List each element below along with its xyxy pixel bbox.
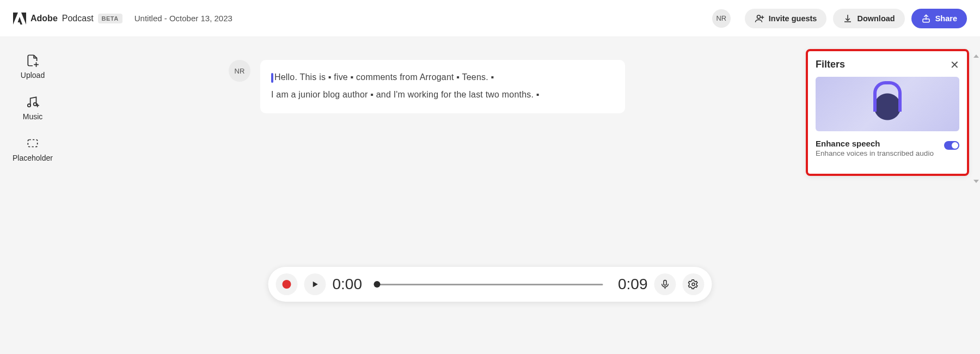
enhance-speech-toggle[interactable] xyxy=(944,141,959,150)
enhance-speech-row: Enhance speech Enhance voices in transcr… xyxy=(816,139,959,157)
total-time: 0:09 xyxy=(610,276,648,293)
mic-button[interactable] xyxy=(654,273,676,295)
upload-icon xyxy=(26,53,40,68)
enhance-speech-desc: Enhance voices in transcribed audio xyxy=(816,149,934,157)
download-icon xyxy=(843,14,853,23)
player-bar: 0:00 0:09 xyxy=(268,267,712,302)
transcript-area: NR Hello. This is ▪ five ▪ comments from… xyxy=(229,60,625,113)
brand-strong: Adobe xyxy=(30,14,58,23)
scroll-down-icon[interactable] xyxy=(973,180,979,183)
invite-icon xyxy=(755,14,764,23)
filters-header: Filters ✕ xyxy=(816,59,959,70)
play-button[interactable] xyxy=(304,273,326,295)
brand-light: Podcast xyxy=(62,14,94,23)
svg-rect-10 xyxy=(28,140,37,147)
share-label: Share xyxy=(935,14,957,23)
user-avatar[interactable]: NR xyxy=(712,9,731,28)
microphone-icon xyxy=(660,279,671,290)
close-icon[interactable]: ✕ xyxy=(950,59,959,70)
sidebar-item-placeholder[interactable]: Placeholder xyxy=(13,136,53,162)
current-time: 0:00 xyxy=(333,276,371,293)
sidebar-item-upload[interactable]: Upload xyxy=(21,53,45,80)
music-icon xyxy=(26,95,40,109)
header-bar: Adobe Podcast BETA Untitled - October 13… xyxy=(0,0,980,37)
sidebar-item-music[interactable]: Music xyxy=(23,95,43,121)
svg-point-13 xyxy=(692,283,695,286)
timeline-track[interactable] xyxy=(377,284,603,285)
scroll-up-icon[interactable] xyxy=(973,54,979,58)
sidebar-placeholder-label: Placeholder xyxy=(13,154,53,162)
gear-icon xyxy=(688,279,699,290)
share-button[interactable]: Share xyxy=(911,9,967,28)
document-title[interactable]: Untitled - October 13, 2023 xyxy=(134,14,232,23)
svg-point-6 xyxy=(28,104,30,107)
placeholder-icon xyxy=(26,136,40,150)
filters-panel: Filters ✕ Enhance speech Enhance voices … xyxy=(806,49,969,176)
record-icon xyxy=(283,280,291,289)
brand-group: Adobe Podcast BETA xyxy=(13,13,122,25)
sidebar: Upload Music Placeholder xyxy=(0,37,65,162)
beta-badge: BETA xyxy=(98,14,122,23)
svg-point-0 xyxy=(757,15,760,19)
share-icon xyxy=(921,14,931,23)
adobe-logo-icon xyxy=(13,13,26,25)
text-cursor xyxy=(271,73,273,83)
invite-label: Invite guests xyxy=(769,14,817,23)
settings-button[interactable] xyxy=(683,273,705,295)
transcript-line-1: Hello. This is ▪ five ▪ comments from Ar… xyxy=(274,72,494,82)
sidebar-upload-label: Upload xyxy=(21,71,45,80)
transcript-box[interactable]: Hello. This is ▪ five ▪ comments from Ar… xyxy=(260,60,625,113)
download-button[interactable]: Download xyxy=(833,9,904,28)
download-label: Download xyxy=(857,14,895,23)
record-button[interactable] xyxy=(276,273,298,295)
enhance-speech-label: Enhance speech xyxy=(816,139,934,148)
filters-title: Filters xyxy=(816,59,845,70)
speaker-avatar[interactable]: NR xyxy=(229,60,250,82)
play-icon xyxy=(310,279,320,289)
sidebar-music-label: Music xyxy=(23,112,43,121)
enhance-speech-illustration xyxy=(816,77,959,131)
transcript-line-2: I am a junior blog author ▪ and I'm work… xyxy=(271,90,540,99)
timeline-handle[interactable] xyxy=(374,281,381,288)
invite-guests-button[interactable]: Invite guests xyxy=(745,9,827,28)
svg-rect-11 xyxy=(664,280,666,285)
